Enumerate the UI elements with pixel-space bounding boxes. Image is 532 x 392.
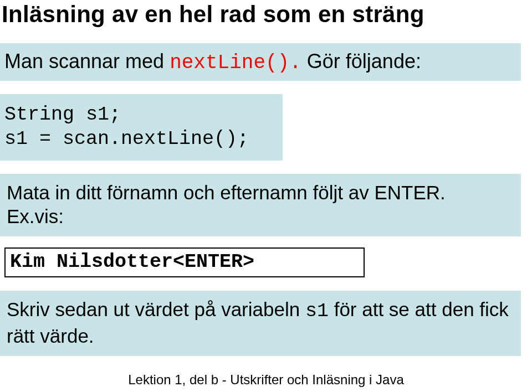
footer-text: Lektion 1, del b - Utskrifter och Inläsn… [128, 372, 404, 387]
code-block: String s1; s1 = scan.nextLine(); [0, 94, 283, 161]
output-instruction-box: Skriv sedan ut värdet på variabeln s1 fö… [0, 291, 521, 356]
out-pre: Skriv sedan ut värdet på variabeln [7, 298, 305, 320]
page-title: Inläsning av en hel rad som en sträng [0, 0, 532, 28]
intro-box: Man scannar med nextLine(). Gör följande… [0, 43, 521, 81]
instruction-line2: Ex.vis: [7, 204, 515, 229]
instruction-box: Mata in ditt förnamn och efternamn följt… [0, 174, 521, 237]
intro-post: Gör följande: [301, 50, 421, 73]
example-input-box: Kim Nilsdotter<ENTER> [4, 247, 365, 277]
code-line-1: String s1; [4, 103, 277, 127]
out-var: s1 [305, 300, 329, 322]
page-footer: Lektion 1, del b - Utskrifter och Inläsn… [0, 372, 532, 388]
intro-pre: Man scannar med [4, 50, 170, 73]
instruction-line1: Mata in ditt förnamn och efternamn följt… [7, 180, 515, 205]
example-input-text: Kim Nilsdotter<ENTER> [10, 251, 358, 273]
code-line-2: s1 = scan.nextLine(); [4, 127, 277, 152]
intro-code: nextLine(). [170, 51, 301, 74]
